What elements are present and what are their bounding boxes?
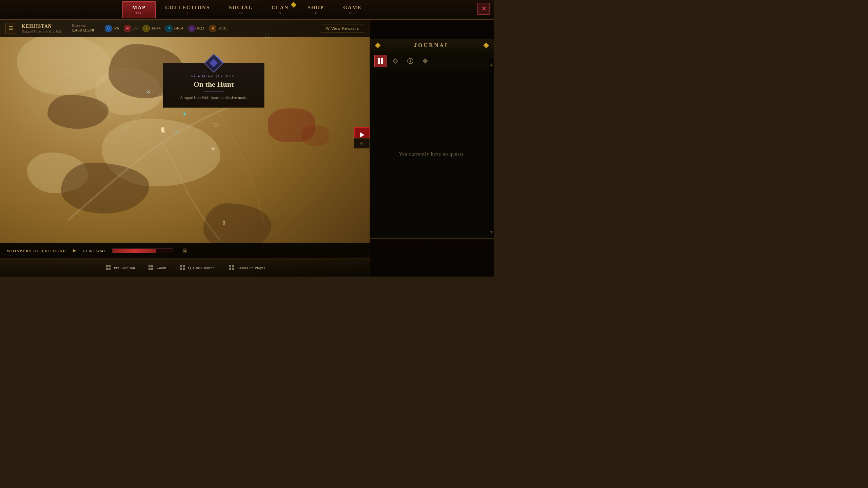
svg-rect-11: [106, 265, 108, 267]
anvil-icon: ⚒: [210, 146, 216, 152]
svg-rect-18: [151, 268, 153, 270]
hotkey-zoom[interactable]: Zoom: [147, 264, 166, 271]
close-button[interactable]: ✕: [477, 3, 490, 15]
journal-diamond-left: [375, 43, 381, 48]
map-background[interactable]: ⛩ ! ⚔ ◈ △ 📜 ⚒ ⚱ ☞: [0, 0, 370, 277]
svg-rect-19: [180, 265, 182, 267]
svg-rect-25: [229, 268, 231, 270]
stat-strongholds: ⬡ 6/23: [188, 25, 204, 32]
svg-rect-23: [229, 265, 231, 267]
svg-rect-26: [232, 268, 234, 270]
journal-title: JOURNAL: [414, 42, 450, 48]
journal-diamond-right: [484, 43, 489, 48]
whispers-title: WHISPERS OF THE DEAD: [7, 249, 66, 253]
quest-description: A rogue Iron Wolf hunts an elusive mark.: [171, 95, 256, 101]
svg-rect-4: [381, 61, 383, 64]
scroll-up-arrow[interactable]: ▲: [488, 61, 494, 68]
svg-rect-24: [232, 265, 234, 267]
location-icon: ☰: [5, 23, 16, 34]
waypoint-icon: ◈: [181, 110, 188, 117]
scroll-down-arrow[interactable]: ▼: [488, 228, 494, 236]
stat-items: ⬡ 6/6 ☠ 3/3 ! 14/44 ✦ 54/54 ⬡ 6/23 ⊕ 31/…: [105, 25, 227, 32]
q-key-icon: [179, 264, 186, 271]
hotkey-center[interactable]: Center on Player: [228, 264, 265, 271]
journal-panel: JOURNAL: [370, 39, 494, 239]
journal-empty-message: You currently have no quests.: [399, 151, 465, 157]
combat-icon: ⚔: [145, 88, 152, 95]
hotkey-close-journal[interactable]: Q Close Journal: [179, 264, 216, 271]
quest-tooltip[interactable]: Side Quest (Lv. 62+) On the Hunt A rogue…: [163, 63, 264, 108]
top-navigation: MAP TAB COLLECTIONS Y SOCIAL O CLAN N SH…: [0, 0, 494, 20]
svg-rect-20: [183, 265, 185, 267]
svg-rect-21: [180, 268, 182, 270]
whispers-skull-icon: ☠: [180, 246, 190, 256]
location-bar: ☰ KEHJISTAN Ragged Coastline (Lv. 62) Re…: [0, 20, 370, 37]
zoom-icon: [147, 264, 155, 271]
dungeon-stat-icon: ✦: [165, 25, 173, 32]
svg-rect-15: [149, 265, 151, 267]
svg-marker-0: [360, 132, 364, 138]
stat-challenges: ! 14/44: [142, 25, 160, 32]
q-shortcut-label: Q: [354, 138, 370, 148]
svg-rect-13: [106, 268, 108, 270]
svg-point-9: [410, 60, 411, 62]
journal-gem-button[interactable]: [419, 55, 431, 67]
center-icon: [228, 264, 235, 271]
svg-rect-14: [108, 268, 111, 270]
journal-grid-button[interactable]: [374, 55, 387, 67]
hotkey-pin[interactable]: Pin Location: [104, 264, 135, 271]
svg-rect-16: [151, 265, 153, 267]
bottom-bar: WHISPERS OF THE DEAD ▶ Grim Favors ☠ Pin…: [0, 243, 370, 277]
challenge-stat-icon: !: [142, 25, 150, 32]
journal-compass-button[interactable]: [404, 55, 416, 67]
svg-rect-1: [378, 58, 380, 61]
pin-icon: [104, 264, 112, 271]
quest-icon-blue: △: [173, 128, 180, 135]
fork-icon: ⚱: [220, 220, 227, 226]
journal-diamond-button[interactable]: [389, 55, 401, 67]
svg-rect-22: [183, 268, 185, 270]
svg-rect-12: [108, 265, 111, 267]
whispers-grim-favors: Grim Favors: [83, 249, 105, 253]
hotkeys-bar: Pin Location Zoom: [0, 259, 370, 277]
quest-divider: [203, 92, 224, 92]
journal-toolbar: [370, 52, 494, 70]
journal-content: You currently have no quests.: [370, 70, 494, 238]
stat-monsters: ☠ 3/3: [124, 25, 138, 32]
scroll-icon: 📜: [159, 126, 165, 133]
waypoint-stat-icon: ⬡: [105, 25, 112, 32]
stat-cellars: ⊕ 31/31: [209, 25, 227, 32]
quest-type: Side Quest (Lv. 62+): [171, 74, 256, 78]
play-icon: [358, 131, 365, 138]
renown-section: Renown: 1,460 /2,570: [72, 24, 94, 33]
stat-dungeons: ✦ 54/54: [165, 25, 183, 32]
tab-game[interactable]: GAME ESC: [334, 2, 371, 18]
exclaim-icon: !: [62, 71, 68, 78]
tab-shop[interactable]: SHOP P: [298, 2, 334, 18]
location-text: KEHJISTAN Ragged Coastline (Lv. 62): [22, 24, 61, 33]
tab-map[interactable]: MAP TAB: [122, 1, 156, 18]
tab-social[interactable]: SOCIAL O: [219, 2, 262, 18]
whispers-progress-bar: [112, 248, 173, 253]
whispers-bar: WHISPERS OF THE DEAD ▶ Grim Favors ☠: [0, 243, 370, 259]
whispers-progress-fill: [113, 249, 156, 253]
right-footer-area: [370, 239, 494, 277]
svg-rect-17: [149, 268, 151, 270]
svg-rect-3: [378, 61, 380, 64]
cellar-stat-icon: ⊕: [209, 25, 216, 32]
tab-collections[interactable]: COLLECTIONS Y: [156, 2, 219, 18]
svg-marker-10: [422, 58, 428, 64]
view-rewards-button[interactable]: W View Rewards: [321, 24, 364, 33]
cursor-pointer: ☞: [213, 120, 221, 129]
stronghold-stat-icon: ⬡: [188, 25, 196, 32]
quest-title: On the Hunt: [171, 80, 256, 89]
svg-rect-2: [381, 58, 383, 61]
nav-tabs: MAP TAB COLLECTIONS Y SOCIAL O CLAN N SH…: [122, 1, 371, 18]
journal-scrollbar[interactable]: ▲ ▼: [489, 59, 494, 238]
journal-header: JOURNAL: [370, 39, 494, 52]
monster-stat-icon: ☠: [124, 25, 131, 32]
stat-waypoints: ⬡ 6/6: [105, 25, 119, 32]
